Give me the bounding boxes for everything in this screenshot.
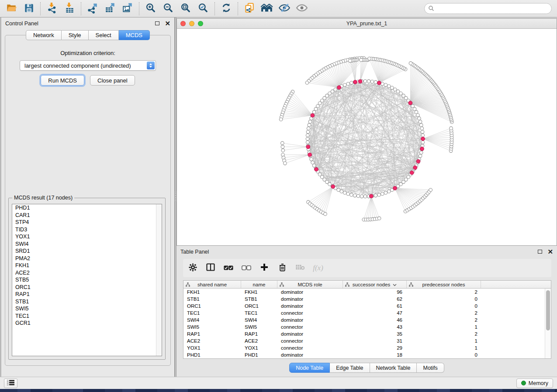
maximize-window-icon[interactable] [198, 21, 203, 26]
zoom-out-button[interactable] [159, 1, 177, 16]
table-cell: connector [277, 345, 343, 351]
column-header-predecessor-nodes[interactable]: predecessor nodes [407, 281, 481, 288]
select-all-button[interactable] [223, 263, 234, 273]
mcds-result-item[interactable]: TID3 [12, 226, 162, 234]
table-cell: YOX1 [183, 345, 241, 351]
hide-selected-button[interactable] [276, 1, 293, 16]
export-network-button[interactable] [84, 1, 101, 16]
show-all-button[interactable] [293, 1, 311, 16]
table-row[interactable]: PHD1PHD1dominator180 [183, 351, 545, 358]
hierarchy-icon [345, 282, 349, 288]
column-header-shared-name[interactable]: shared name [183, 281, 241, 288]
table-cell: 0 [407, 303, 481, 309]
delete-column-button[interactable] [277, 263, 287, 273]
table-row[interactable]: ACE2ACE2connector311 [183, 337, 545, 344]
table-row[interactable]: TEC1TEC1connector472 [183, 309, 545, 316]
mcds-result-item[interactable]: SRD1 [12, 248, 162, 255]
table-cell: RAP1 [241, 331, 277, 337]
selected-option: largest connected component (undirected) [24, 62, 131, 69]
mcds-result-list[interactable]: PHD1CAR1STP4TID3YOX1SWI4SRD1PMA2FKH1ACE2… [12, 204, 162, 356]
export-table-button[interactable] [101, 1, 119, 16]
zoom-in-button[interactable] [142, 1, 159, 16]
mcds-result-item[interactable]: SWI4 [12, 241, 162, 248]
zoom-fit-button[interactable] [177, 1, 194, 16]
table-row[interactable]: FKH1FKH1dominator962 [183, 289, 545, 296]
function-builder-button: f(x) [313, 263, 323, 273]
mcds-result-item[interactable]: PMA2 [12, 255, 162, 262]
optimization-criterion-select[interactable]: largest connected component (undirected) [20, 60, 156, 71]
network-graph[interactable] [177, 29, 557, 245]
table-scrollbar-thumb[interactable] [546, 290, 550, 330]
table-row[interactable]: RAP1RAP1dominator352 [183, 330, 545, 337]
network-canvas[interactable] [177, 29, 557, 245]
show-column-button[interactable] [205, 263, 216, 273]
tab-mcds[interactable]: MCDS [119, 30, 150, 40]
node-table-header: shared name name MCDS role successor nod… [183, 281, 551, 289]
column-header-filler [481, 281, 551, 288]
table-cell: SWI5 [183, 324, 241, 330]
mcds-result-item[interactable]: STB1 [12, 298, 162, 306]
export-network-icon [87, 2, 98, 15]
mcds-result-item[interactable]: SWI5 [12, 305, 162, 313]
float-panel-icon[interactable] [155, 21, 159, 25]
tab-select[interactable]: Select [89, 30, 119, 40]
mcds-list-scrollbar[interactable] [156, 204, 162, 356]
zoom-selected-button[interactable] [194, 1, 212, 16]
mcds-result-item[interactable]: STP4 [12, 219, 162, 226]
tab-edge-table[interactable]: Edge Table [330, 363, 370, 373]
memory-button[interactable]: Memory [516, 378, 553, 388]
refresh-layout-button[interactable] [218, 1, 235, 16]
table-cell: 47 [343, 310, 407, 316]
close-panel-icon[interactable]: ✕ [165, 20, 170, 27]
table-settings-button[interactable] [187, 263, 198, 273]
tab-network-table[interactable]: Network Table [370, 363, 417, 373]
first-neighbors-button[interactable] [258, 1, 276, 16]
table-row[interactable]: YOX1YOX1connector291 [183, 344, 545, 351]
mcds-result-item[interactable]: ACE2 [12, 269, 162, 277]
mcds-result-item[interactable]: GCR1 [12, 320, 162, 327]
table-row[interactable]: STB1STB1dominator620 [183, 296, 545, 303]
import-network-button[interactable] [43, 1, 61, 16]
show-panels-button[interactable] [4, 378, 17, 388]
mcds-result-item[interactable]: CAR1 [12, 212, 162, 219]
export-image-button[interactable] [119, 1, 136, 16]
close-window-icon[interactable] [180, 21, 186, 26]
import-table-button[interactable] [61, 1, 78, 16]
deselect-all-button[interactable] [241, 263, 252, 273]
clone-network-button[interactable] [241, 1, 258, 16]
tab-motifs[interactable]: Motifs [417, 363, 444, 373]
mcds-result-item[interactable]: PHD1 [12, 204, 162, 212]
table-cell: ACE2 [183, 338, 241, 344]
close-panel-icon[interactable]: ✕ [547, 248, 553, 255]
tab-style[interactable]: Style [62, 30, 89, 40]
table-scrollbar[interactable] [545, 289, 551, 358]
float-panel-icon[interactable] [538, 250, 542, 254]
mcds-result-item[interactable]: RAP1 [12, 291, 162, 298]
create-column-button[interactable] [259, 263, 270, 273]
table-cell: connector [277, 310, 343, 316]
mcds-result-item[interactable]: STB5 [12, 276, 162, 284]
open-file-button[interactable] [3, 1, 20, 16]
mcds-result-item[interactable]: TEC1 [12, 313, 162, 320]
column-header-name[interactable]: name [241, 281, 277, 288]
column-header-successor-nodes[interactable]: successor nodes [343, 281, 407, 288]
fx-icon: f(x) [313, 264, 323, 272]
network-window-titlebar[interactable]: YPA_prune.txt_1 [177, 19, 557, 29]
search-input[interactable] [424, 3, 552, 14]
tab-node-table[interactable]: Node Table [289, 363, 330, 373]
mcds-result-item[interactable]: FKH1 [12, 262, 162, 269]
mcds-result-item[interactable]: YOX1 [12, 233, 162, 241]
close-panel-button[interactable]: Close panel [90, 75, 135, 86]
table-cell: 1 [407, 345, 481, 351]
table-row[interactable]: SWI4SWI4dominator462 [183, 316, 545, 323]
network-window-title: YPA_prune.txt_1 [177, 21, 557, 27]
save-session-button[interactable] [20, 1, 38, 16]
table-row[interactable]: ORC1ORC1dominator610 [183, 303, 545, 309]
table-row[interactable]: SWI5SWI5connector431 [183, 323, 545, 330]
run-mcds-button[interactable]: Run MCDS [41, 75, 84, 86]
column-header-mcds-role[interactable]: MCDS role [277, 281, 343, 288]
mcds-result-item[interactable]: ORC1 [12, 284, 162, 291]
minimize-window-icon[interactable] [189, 21, 194, 26]
node-table-body: FKH1FKH1dominator962STB1STB1dominator620… [183, 289, 545, 358]
tab-network[interactable]: Network [26, 30, 62, 40]
